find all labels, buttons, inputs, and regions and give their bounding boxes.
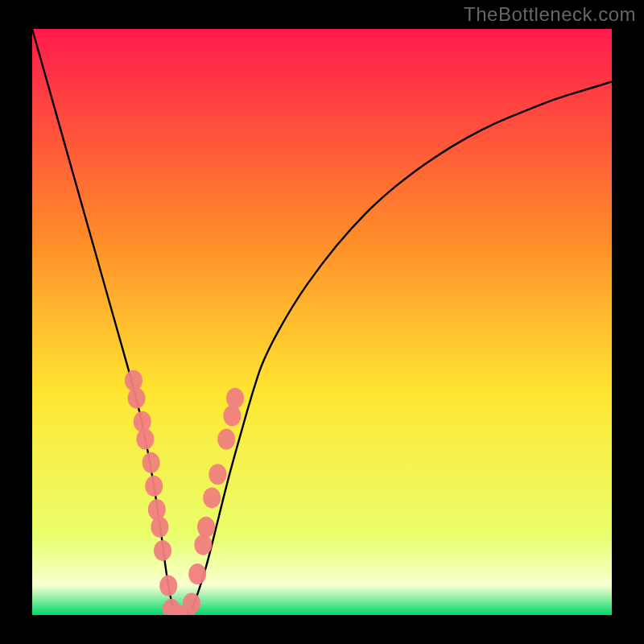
marker-point [188, 564, 206, 584]
marker-point [223, 405, 241, 426]
marker-point [148, 499, 166, 520]
marker-point [125, 370, 142, 391]
chart-svg [32, 29, 612, 615]
chart-frame: TheBottleneck.com [0, 0, 644, 644]
marker-point [208, 464, 226, 485]
marker-point [151, 517, 168, 538]
watermark-label: TheBottleneck.com [464, 3, 636, 26]
marker-point [226, 388, 244, 409]
marker-point [145, 476, 163, 497]
marker-point [159, 576, 177, 597]
gradient-background [32, 29, 612, 615]
marker-point [183, 592, 200, 613]
marker-point [203, 487, 221, 508]
marker-point [217, 429, 235, 450]
marker-point [134, 411, 151, 432]
marker-point [194, 535, 212, 555]
marker-point [136, 429, 154, 450]
plot-area [32, 29, 612, 615]
marker-point [142, 452, 160, 473]
marker-point [154, 540, 171, 561]
marker-point [197, 517, 215, 538]
marker-point [128, 388, 146, 409]
